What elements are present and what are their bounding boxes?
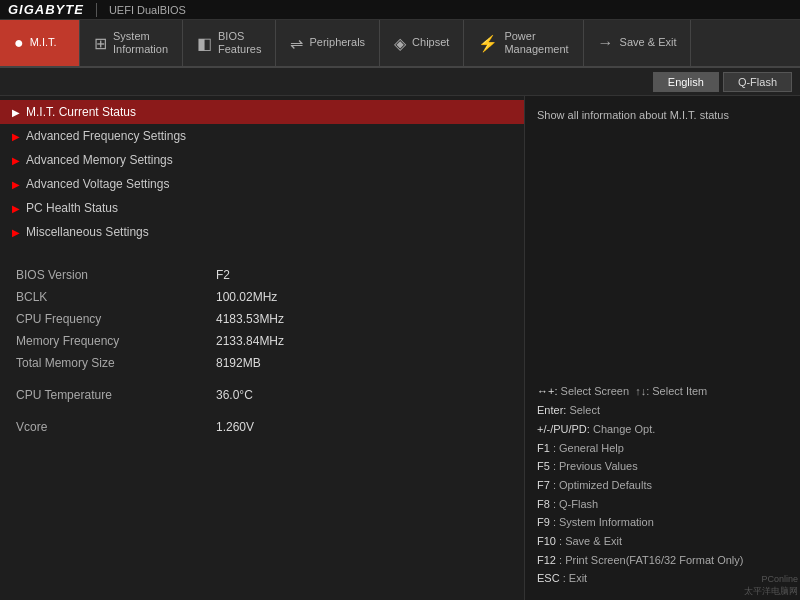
tab-system-info[interactable]: ⊞ SystemInformation [80, 20, 183, 66]
tab-peripherals[interactable]: ⇌ Peripherals [276, 20, 380, 66]
shortcut-key-f7: F7 [537, 479, 553, 491]
right-panel: Show all information about M.I.T. status… [525, 96, 800, 600]
tab-bios-features-label: BIOSFeatures [218, 30, 261, 56]
bios-features-icon: ◧ [197, 34, 212, 53]
tab-bios-features[interactable]: ◧ BIOSFeatures [183, 20, 276, 66]
info-row-bclk: BCLK 100.02MHz [16, 286, 508, 308]
info-row-bios-version: BIOS Version F2 [16, 264, 508, 286]
shortcut-key-f8: F8 [537, 498, 553, 510]
menu-item-mit-status[interactable]: ▶ M.I.T. Current Status [0, 100, 524, 124]
left-panel: ▶ M.I.T. Current Status ▶ Advanced Frequ… [0, 96, 525, 600]
sub-toolbar: English Q-Flash [0, 68, 800, 96]
tab-power[interactable]: ⚡ PowerManagement [464, 20, 583, 66]
tab-save-exit-label: Save & Exit [620, 36, 677, 49]
top-bar: GIGABYTE UEFI DualBIOS [0, 0, 800, 20]
value-bios-version: F2 [216, 268, 230, 282]
arrow-icon-2: ▶ [12, 155, 20, 166]
shortcut-change: +/-/PU/PD: Change Opt. [537, 420, 788, 439]
shortcut-f9: F9 : System Information [537, 513, 788, 532]
value-mem-freq: 2133.84MHz [216, 334, 284, 348]
tab-peripherals-label: Peripherals [309, 36, 365, 49]
shortcut-key-f9: F9 [537, 516, 553, 528]
menu-item-label-3: Advanced Voltage Settings [26, 177, 169, 191]
peripherals-icon: ⇌ [290, 34, 303, 53]
english-button[interactable]: English [653, 72, 719, 92]
shortcut-key-f1: F1 [537, 442, 553, 454]
info-row-mem-freq: Memory Frequency 2133.84MHz [16, 330, 508, 352]
label-mem-size: Total Memory Size [16, 356, 216, 370]
arrow-icon-1: ▶ [12, 131, 20, 142]
label-bclk: BCLK [16, 290, 216, 304]
menu-item-pc-health[interactable]: ▶ PC Health Status [0, 196, 524, 220]
tab-save-exit[interactable]: → Save & Exit [584, 20, 692, 66]
shortcut-f1: F1 : General Help [537, 439, 788, 458]
menu-item-label-0: M.I.T. Current Status [26, 105, 136, 119]
main-content: ▶ M.I.T. Current Status ▶ Advanced Frequ… [0, 96, 800, 600]
shortcut-key-esc: ESC [537, 572, 563, 584]
arrow-icon-3: ▶ [12, 179, 20, 190]
shortcut-f12: F12 : Print Screen(FAT16/32 Format Only) [537, 551, 788, 570]
spacer-2 [16, 406, 508, 416]
shortcut-key-enter: Enter: [537, 404, 569, 416]
value-vcore: 1.260V [216, 420, 254, 434]
watermark-line2: 太平洋电脑网 [744, 585, 798, 598]
menu-list: ▶ M.I.T. Current Status ▶ Advanced Frequ… [0, 96, 524, 248]
watermark-line1: PConline [744, 573, 798, 586]
watermark: PConline 太平洋电脑网 [744, 573, 798, 598]
shortcut-f10: F10 : Save & Exit [537, 532, 788, 551]
shortcut-key-navigate: ↔+: [537, 385, 561, 397]
right-description: Show all information about M.I.T. status [537, 108, 788, 123]
menu-item-freq-settings[interactable]: ▶ Advanced Frequency Settings [0, 124, 524, 148]
menu-item-mem-settings[interactable]: ▶ Advanced Memory Settings [0, 148, 524, 172]
shortcut-key-f5: F5 [537, 460, 553, 472]
menu-item-label-4: PC Health Status [26, 201, 118, 215]
dual-bios-label: UEFI DualBIOS [109, 4, 186, 16]
power-icon: ⚡ [478, 34, 498, 53]
shortcut-enter: Enter: Select [537, 401, 788, 420]
system-info-icon: ⊞ [94, 34, 107, 53]
shortcut-f5: F5 : Previous Values [537, 457, 788, 476]
info-row-cpu-freq: CPU Frequency 4183.53MHz [16, 308, 508, 330]
tab-chipset-label: Chipset [412, 36, 449, 49]
tab-system-info-label: SystemInformation [113, 30, 168, 56]
nav-tabs: ● M.I.T. ⊞ SystemInformation ◧ BIOSFeatu… [0, 20, 800, 68]
save-exit-icon: → [598, 34, 614, 52]
tab-chipset[interactable]: ◈ Chipset [380, 20, 464, 66]
mit-icon: ● [14, 34, 24, 52]
label-vcore: Vcore [16, 420, 216, 434]
tab-mit-label: M.I.T. [30, 36, 57, 49]
value-cpu-freq: 4183.53MHz [216, 312, 284, 326]
info-row-mem-size: Total Memory Size 8192MB [16, 352, 508, 374]
info-table: BIOS Version F2 BCLK 100.02MHz CPU Frequ… [0, 248, 524, 600]
tab-power-label: PowerManagement [504, 30, 568, 56]
shortcut-f8: F8 : Q-Flash [537, 495, 788, 514]
label-bios-version: BIOS Version [16, 268, 216, 282]
label-mem-freq: Memory Frequency [16, 334, 216, 348]
value-bclk: 100.02MHz [216, 290, 277, 304]
info-row-vcore: Vcore 1.260V [16, 416, 508, 438]
shortcut-key-f10: F10 [537, 535, 559, 547]
shortcut-key-change: +/-/PU/PD: [537, 423, 593, 435]
shortcut-list: ↔+: Select Screen ↑↓: Select Item Enter:… [537, 382, 788, 588]
qflash-button[interactable]: Q-Flash [723, 72, 792, 92]
info-row-cpu-temp: CPU Temperature 36.0°C [16, 384, 508, 406]
shortcut-f7: F7 : Optimized Defaults [537, 476, 788, 495]
arrow-icon-0: ▶ [12, 107, 20, 118]
arrow-icon-5: ▶ [12, 227, 20, 238]
menu-item-label-5: Miscellaneous Settings [26, 225, 149, 239]
chipset-icon: ◈ [394, 34, 406, 53]
tab-mit[interactable]: ● M.I.T. [0, 20, 80, 66]
spacer-1 [16, 374, 508, 384]
value-mem-size: 8192MB [216, 356, 261, 370]
menu-item-voltage-settings[interactable]: ▶ Advanced Voltage Settings [0, 172, 524, 196]
shortcut-key-f12: F12 [537, 554, 559, 566]
label-cpu-freq: CPU Frequency [16, 312, 216, 326]
menu-item-label-2: Advanced Memory Settings [26, 153, 173, 167]
shortcut-navigate: ↔+: Select Screen ↑↓: Select Item [537, 382, 788, 401]
menu-item-label-1: Advanced Frequency Settings [26, 129, 186, 143]
divider [96, 3, 97, 17]
label-cpu-temp: CPU Temperature [16, 388, 216, 402]
arrow-icon-4: ▶ [12, 203, 20, 214]
brand-logo: GIGABYTE [8, 2, 84, 17]
menu-item-misc-settings[interactable]: ▶ Miscellaneous Settings [0, 220, 524, 244]
